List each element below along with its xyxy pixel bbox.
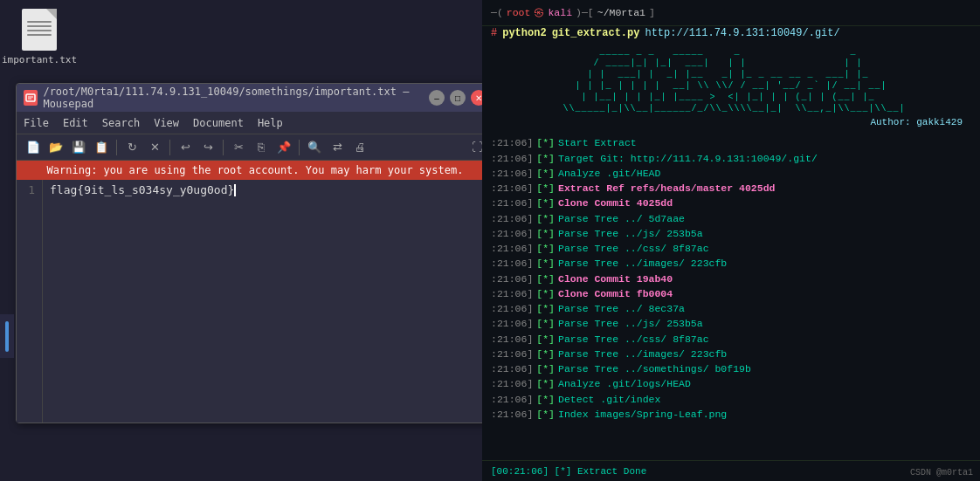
save-as-button[interactable]: 📋: [92, 138, 111, 157]
command-url: http://111.74.9.131:10049/.git/: [645, 27, 839, 39]
line-number-1: 1: [24, 183, 35, 196]
log-marker-6: [*]: [536, 226, 555, 241]
menu-edit[interactable]: Edit: [63, 117, 88, 129]
log-line-17: :21:06][*]Detect .git/index: [491, 392, 971, 407]
log-line-16: :21:06][*]Analyze .git/logs/HEAD: [491, 376, 971, 391]
log-msg-17: Detect .git/index: [558, 392, 660, 407]
menu-view[interactable]: View: [154, 117, 179, 129]
menu-file[interactable]: File: [24, 117, 49, 129]
log-line-8: :21:06][*]Parse Tree ../images/ 223cfb: [491, 256, 971, 271]
log-line-4: :21:06][*]Clone Commit 4025dd: [491, 196, 971, 210]
log-msg-2: Analyze .git/HEAD: [558, 166, 660, 181]
prompt-host: kali: [548, 7, 572, 18]
open-file-button[interactable]: 📂: [46, 138, 66, 157]
log-line-15: :21:06][*]Parse Tree ../somethings/ b0f1…: [491, 361, 971, 376]
log-marker-4: [*]: [536, 196, 555, 210]
maximize-button[interactable]: □: [450, 90, 466, 106]
log-line-12: :21:06][*]Parse Tree ../js/ 253b5a: [491, 316, 971, 331]
log-marker-18: [*]: [536, 407, 555, 422]
reload-button[interactable]: ↻: [122, 138, 141, 157]
editor-text-area[interactable]: flag{9it_ls_s034sy_y0ug0od}: [43, 180, 493, 423]
log-msg-11: Parse Tree ../ 8ec37a: [558, 301, 685, 316]
log-time-3: :21:06]: [491, 181, 533, 196]
ascii-line-5: | |__| | | |_| |____ > <| |_| | | (_| | …: [482, 92, 980, 103]
prompt-dir-end: ]: [649, 7, 655, 18]
log-marker-14: [*]: [536, 347, 555, 361]
app-icon: [24, 90, 38, 106]
print-button[interactable]: 🖨: [350, 138, 369, 157]
log-marker-17: [*]: [536, 392, 555, 407]
find-button[interactable]: 🔍: [305, 138, 324, 157]
log-marker-0: [*]: [536, 135, 555, 150]
log-line-5: :21:06][*]Parse Tree ../ 5d7aae: [491, 211, 971, 226]
log-time-15: :21:06]: [491, 361, 533, 376]
cut-button[interactable]: ✂: [229, 138, 248, 157]
mousepad-window: /root/M0rta1/111.74.9.131_10049/somethin…: [16, 83, 494, 423]
svg-rect-0: [26, 94, 35, 101]
ascii-line-2: / ____|_| |_| ___| | | | |: [482, 58, 980, 69]
titlebar-left: /root/M0rta1/111.74.9.131_10049/somethin…: [24, 86, 429, 110]
toolbar: 📄 📂 💾 📋 ↻ ✕ ↩ ↪ ✂ ⎘ 📌 🔍 ⇄ 🖨 ⛶: [17, 134, 493, 161]
close-file-button[interactable]: ✕: [145, 138, 164, 157]
log-marker-2: [*]: [536, 166, 555, 181]
log-msg-7: Parse Tree ../css/ 8f87ac: [558, 241, 709, 256]
log-marker-3: [*]: [536, 181, 555, 196]
command-script: git_extract.py: [552, 27, 640, 39]
desktop-icon-important-txt[interactable]: important.txt: [9, 9, 70, 65]
toolbar-separator-4: [299, 140, 300, 155]
paste-button[interactable]: 📌: [274, 138, 293, 157]
log-line-7: :21:06][*]Parse Tree ../css/ 8f87ac: [491, 241, 971, 256]
log-msg-9: Clone Commit 19ab40: [558, 271, 673, 286]
log-line-14: :21:06][*]Parse Tree ../images/ 223cfb: [491, 347, 971, 361]
taskbar-side: [0, 314, 14, 358]
log-time-0: :21:06]: [491, 135, 533, 150]
log-line-13: :21:06][*]Parse Tree ../css/ 8f87ac: [491, 332, 971, 347]
log-marker-16: [*]: [536, 376, 555, 391]
log-msg-16: Analyze .git/logs/HEAD: [558, 376, 691, 391]
log-time-8: :21:06]: [491, 256, 533, 271]
log-marker-9: [*]: [536, 271, 555, 286]
toolbar-separator-2: [169, 140, 170, 155]
log-time-12: :21:06]: [491, 316, 533, 331]
redo-button[interactable]: ↪: [198, 138, 217, 157]
log-msg-4: Clone Commit 4025dd: [558, 196, 673, 210]
prompt-right-bracket: )─[: [576, 7, 594, 18]
line-numbers: 1: [17, 180, 43, 423]
log-msg-13: Parse Tree ../css/ 8f87ac: [558, 332, 709, 347]
undo-button[interactable]: ↩: [176, 138, 195, 157]
terminal-footer: [00:21:06] [*] Extract Done: [482, 460, 980, 481]
menu-search[interactable]: Search: [102, 117, 140, 129]
replace-button[interactable]: ⇄: [328, 138, 347, 157]
terminal-command-line: # python2 git_extract.py http://111.74.9…: [482, 26, 980, 43]
new-file-button[interactable]: 📄: [24, 138, 43, 157]
ascii-line-1: _____ _ _ _____ _ _: [482, 46, 980, 58]
log-time-10: :21:06]: [491, 286, 533, 301]
minimize-button[interactable]: –: [429, 90, 445, 106]
log-marker-8: [*]: [536, 256, 555, 271]
log-time-18: :21:06]: [491, 407, 533, 422]
footer-text: [00:21:06] [*] Extract Done: [491, 466, 646, 477]
save-button[interactable]: 💾: [69, 138, 88, 157]
ascii-line-3: | | ___| | _| |__ _| |_ _ __ __ _ ___| |…: [482, 69, 980, 80]
copy-button[interactable]: ⎘: [252, 138, 271, 157]
prompt-user: root: [507, 7, 531, 18]
toolbar-separator-3: [223, 140, 224, 155]
menu-document[interactable]: Document: [193, 117, 244, 129]
log-line-3: :21:06][*]Extract Ref refs/heads/master …: [491, 181, 971, 196]
menubar: File Edit Search View Document Help: [17, 112, 493, 134]
log-msg-14: Parse Tree ../images/ 223cfb: [558, 347, 727, 361]
terminal-log-body: :21:06][*]Start Extract:21:06][*]Target …: [482, 132, 980, 460]
terminal-panel: ─( root ㉿ kali )─[ ~/M0rta1 ] # python2 …: [482, 0, 980, 481]
log-time-7: :21:06]: [491, 241, 533, 256]
menu-help[interactable]: Help: [258, 117, 283, 129]
cursor: [234, 184, 236, 196]
log-line-2: :21:06][*]Analyze .git/HEAD: [491, 166, 971, 181]
ascii-line-4: | | |_ | | | | __| \\ \\/ / __| '__/ _` …: [482, 80, 980, 92]
window-title: /root/M0rta1/111.74.9.131_10049/somethin…: [43, 86, 429, 110]
prompt-at: ㉿: [534, 6, 544, 19]
editor-content: 1 flag{9it_ls_s034sy_y0ug0od}: [17, 180, 493, 423]
log-time-14: :21:06]: [491, 347, 533, 361]
log-time-9: :21:06]: [491, 271, 533, 286]
log-marker-7: [*]: [536, 241, 555, 256]
log-marker-15: [*]: [536, 361, 555, 376]
